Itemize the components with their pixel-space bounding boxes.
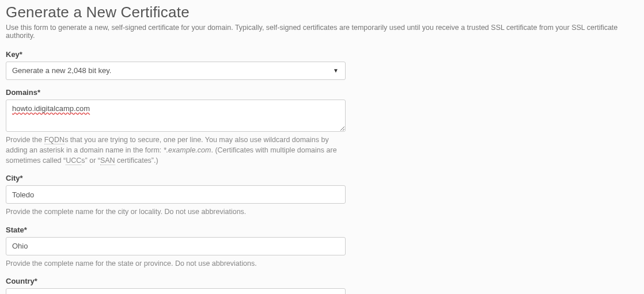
domains-help: Provide the FQDNs that you are trying to… [6, 135, 346, 166]
key-select[interactable]: Generate a new 2,048 bit key. ▼ [6, 62, 346, 80]
field-domains: Domains* howto.idigitalcamp.com Provide … [6, 88, 346, 166]
city-input[interactable] [6, 185, 346, 204]
domains-textarea[interactable]: howto.idigitalcamp.com [6, 100, 346, 132]
chevron-down-icon: ▼ [330, 62, 342, 79]
city-help: Provide the complete name for the city o… [6, 207, 346, 217]
page-heading: Generate a New Certificate [6, 3, 638, 21]
key-label: Key* [6, 50, 346, 59]
field-key: Key* Generate a new 2,048 bit key. ▼ [6, 50, 346, 80]
chevron-down-icon: ▼ [330, 289, 342, 294]
field-city: City* Provide the complete name for the … [6, 174, 346, 217]
country-label: Country* [6, 277, 346, 285]
domains-value: howto.idigitalcamp.com [12, 104, 90, 113]
key-select-value: Generate a new 2,048 bit key. [12, 66, 111, 75]
state-label: State* [6, 226, 346, 234]
field-state: State* Provide the complete name for the… [6, 226, 346, 269]
field-country: Country* US (United States) ▼ Choose the… [6, 277, 346, 294]
page-intro-text: Use this form to generate a new, self-si… [6, 24, 638, 40]
state-help: Provide the complete name for the state … [6, 258, 346, 269]
domains-label: Domains* [6, 88, 346, 97]
state-input[interactable] [6, 237, 346, 255]
country-select[interactable]: US (United States) ▼ [6, 288, 346, 294]
city-label: City* [6, 174, 346, 182]
